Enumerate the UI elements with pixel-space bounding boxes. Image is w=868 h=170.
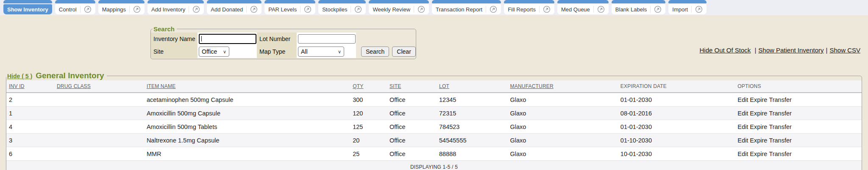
cell-drug-class — [54, 107, 144, 120]
tab-add-inventory[interactable]: Add Inventory — [147, 0, 204, 14]
links-separator: | — [754, 47, 756, 54]
cell-qty: 120 — [350, 107, 387, 120]
cell-site: Office — [387, 147, 437, 161]
search-row1-spacer — [356, 33, 416, 45]
collapse-section-link[interactable]: Hide ( 5 ) — [7, 73, 32, 80]
edit-link[interactable]: Edit — [737, 96, 748, 103]
show-csv-link[interactable]: Show CSV — [829, 47, 860, 54]
site-select[interactable]: Office ∨ — [199, 47, 229, 57]
cell-expiration-date: 08-01-2016 — [618, 107, 735, 120]
tab-top-strip — [264, 0, 315, 3]
column-header-inv-id[interactable]: INV ID — [6, 80, 54, 93]
open-in-new-circle-arrow-icon[interactable] — [354, 5, 362, 13]
expire-link[interactable]: Expire — [750, 123, 767, 130]
tab-label: Import — [672, 6, 688, 13]
tab-label: Add Donated — [211, 6, 243, 13]
lot-number-input[interactable] — [298, 34, 356, 44]
cell-site: Office — [387, 134, 437, 147]
open-in-new-circle-arrow-icon[interactable] — [133, 5, 141, 13]
column-header-manufacturer[interactable]: MANUFACTURER — [508, 80, 618, 93]
inventory-table-body: 2acetaminophen 500mg Capsule300Office123… — [6, 93, 862, 161]
expire-link[interactable]: Expire — [750, 151, 767, 157]
column-header-drug-class[interactable]: DRUG CLASS — [54, 80, 144, 93]
tab-body: Fill Reports — [504, 4, 554, 14]
column-header-item-name[interactable]: ITEM NAME — [144, 80, 350, 93]
tab-body: Weekly Review — [369, 4, 429, 14]
cell-manufacturer: Glaxo — [508, 93, 618, 107]
tab-par-levels[interactable]: PAR Levels — [264, 0, 315, 14]
cell-item-name: Naltrexone 1.5mg Capsule — [144, 134, 350, 147]
search-button[interactable]: Search — [361, 47, 389, 57]
tab-body: Mappings — [98, 4, 145, 14]
expire-link[interactable]: Expire — [750, 110, 767, 117]
tab-blank-labels[interactable]: Blank Labels — [612, 0, 665, 14]
transfer-link[interactable]: Transfer — [769, 96, 791, 103]
quick-links: Hide Out Of Stock|Show Patient Inventory… — [699, 47, 860, 54]
column-header-lot[interactable]: LOT — [437, 80, 507, 93]
tab-control[interactable]: Control — [55, 0, 95, 14]
clear-button[interactable]: Clear — [392, 47, 415, 57]
tab-divider — [539, 6, 540, 13]
show-patient-inventory-link[interactable]: Show Patient Inventory — [758, 47, 823, 54]
tab-divider — [691, 6, 692, 13]
tab-import[interactable]: Import — [668, 0, 707, 14]
tab-body: Add Inventory — [147, 4, 204, 14]
cell-site: Office — [387, 107, 437, 120]
cell-item-name: Amoxicillin 500mg Capsule — [144, 107, 350, 120]
cell-drug-class — [54, 120, 144, 134]
tab-fill-reports[interactable]: Fill Reports — [504, 0, 554, 14]
cell-item-name: Amoxicillin 500mg Tablets — [144, 120, 350, 134]
expire-link[interactable]: Expire — [750, 137, 767, 144]
cell-options: EditExpireTransfer — [735, 93, 862, 107]
tab-weekly-review[interactable]: Weekly Review — [369, 0, 429, 14]
inventory-name-cell — [198, 33, 257, 45]
tab-top-strip — [98, 0, 145, 3]
inventory-name-input[interactable] — [199, 34, 256, 44]
cell-qty: 25 — [350, 147, 387, 161]
tab-top-strip — [432, 0, 501, 3]
open-in-new-circle-arrow-icon[interactable] — [304, 5, 312, 13]
transfer-link[interactable]: Transfer — [769, 137, 791, 144]
transfer-link[interactable]: Transfer — [769, 151, 791, 157]
chevron-down-icon: ∨ — [223, 49, 226, 55]
cell-qty: 20 — [350, 134, 387, 147]
tab-stockpiles[interactable]: Stockpiles — [318, 0, 366, 14]
tab-add-donated[interactable]: Add Donated — [207, 0, 262, 14]
column-header-expiration-date: EXPIRATION DATE — [618, 80, 735, 93]
cell-inv-id: 6 — [6, 147, 54, 161]
column-header-site[interactable]: SITE — [387, 80, 437, 93]
edit-link[interactable]: Edit — [737, 123, 748, 130]
transfer-link[interactable]: Transfer — [769, 123, 791, 130]
map-type-select[interactable]: All ∨ — [298, 47, 344, 57]
hide-out-of-stock-link[interactable]: Hide Out Of Stock — [699, 47, 751, 54]
tab-top-strip — [668, 0, 707, 3]
tab-med-queue[interactable]: Med Queue — [557, 0, 609, 14]
cell-site: Office — [387, 93, 437, 107]
open-in-new-circle-arrow-icon[interactable] — [597, 5, 605, 13]
edit-link[interactable]: Edit — [737, 151, 748, 157]
open-in-new-circle-arrow-icon[interactable] — [84, 5, 92, 13]
open-in-new-circle-arrow-icon[interactable] — [417, 5, 425, 13]
cell-lot: 54545555 — [437, 134, 507, 147]
open-in-new-circle-arrow-icon[interactable] — [490, 5, 497, 13]
tab-transaction-report[interactable]: Transaction Report — [432, 0, 501, 14]
tab-top-strip — [557, 0, 609, 3]
open-in-new-circle-arrow-icon[interactable] — [654, 5, 662, 13]
cell-expiration-date: 10-01-2030 — [618, 147, 735, 161]
edit-link[interactable]: Edit — [737, 110, 748, 117]
open-in-new-circle-arrow-icon[interactable] — [250, 5, 258, 13]
tab-label: Show Inventory — [7, 6, 48, 13]
column-header-qty[interactable]: QTY — [350, 80, 387, 93]
open-in-new-circle-arrow-icon[interactable] — [543, 5, 551, 13]
open-in-new-circle-arrow-icon[interactable] — [192, 5, 200, 13]
cell-drug-class — [54, 147, 144, 161]
tab-mappings[interactable]: Mappings — [98, 0, 145, 14]
tab-body: Import — [668, 4, 707, 14]
tab-show-inventory[interactable]: Show Inventory — [3, 0, 52, 14]
inventory-panel: Hide ( 5 ) General Inventory INV IDDRUG … — [6, 71, 862, 170]
edit-link[interactable]: Edit — [737, 137, 748, 144]
expire-link[interactable]: Expire — [750, 96, 767, 103]
tab-top-strip — [504, 0, 554, 3]
open-in-new-circle-arrow-icon[interactable] — [695, 5, 703, 13]
transfer-link[interactable]: Transfer — [769, 110, 791, 117]
